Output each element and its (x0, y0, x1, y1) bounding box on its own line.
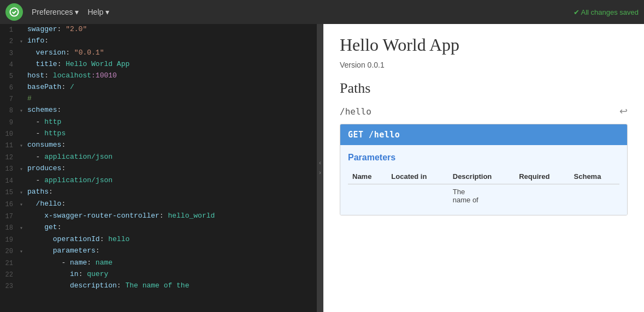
code-line: 9 - http (0, 117, 317, 128)
endpoint-box: GET /hello Parameters Name Located in De… (340, 124, 628, 215)
line-number: 1 (0, 24, 20, 35)
divider-right-arrow: › (319, 169, 321, 177)
code-line: 15▾paths: (0, 187, 317, 199)
line-number: 22 (0, 269, 20, 280)
code-line: 10 - https (0, 128, 317, 140)
fold-arrow-icon[interactable]: ▾ (20, 35, 27, 47)
divider-left-arrow: ‹ (319, 159, 321, 167)
code-line: 4 title: Hello World App (0, 59, 317, 70)
code-content: - application/json (27, 152, 317, 163)
code-line: 22 in: query (0, 269, 317, 280)
cell-located-in (387, 184, 448, 208)
code-line: 6 basePath: / (0, 82, 317, 93)
params-title: Parameters (348, 153, 619, 163)
fold-arrow-icon[interactable]: ▾ (20, 105, 27, 117)
fold-arrow-icon (20, 117, 27, 118)
code-content: - https (27, 128, 317, 139)
fold-arrow-icon[interactable]: ▾ (20, 199, 27, 211)
path-row: /hello ↩ (340, 105, 628, 117)
line-number: 20 (0, 245, 20, 257)
fold-arrow-icon[interactable]: ▾ (20, 222, 27, 234)
code-content: paths: (27, 187, 317, 197)
code-line: 14 - application/json (0, 175, 317, 187)
code-line: 12 - application/json (0, 152, 317, 163)
fold-arrow-icon[interactable]: ▾ (20, 140, 27, 152)
version-line: Version 0.0.1 (340, 61, 628, 69)
line-number: 7 (0, 93, 20, 105)
col-schema: Schema (570, 169, 619, 184)
col-required: Required (515, 169, 569, 184)
line-number: 17 (0, 211, 20, 222)
cell-schema (570, 184, 619, 208)
app-logo[interactable] (5, 3, 23, 21)
code-line: 23 description: The name of the (0, 280, 317, 292)
fold-arrow-icon[interactable]: ▾ (20, 163, 27, 175)
code-content: description: The name of the (27, 280, 317, 291)
line-number: 5 (0, 70, 20, 82)
path-arrow-icon: ↩ (619, 105, 628, 117)
panel-divider[interactable]: ‹ › (317, 24, 323, 312)
code-content: host: localhost:10010 (27, 70, 317, 81)
code-content: schemes: (27, 105, 317, 116)
params-table: Name Located in Description Required Sch… (348, 169, 619, 207)
fold-arrow-icon (20, 128, 27, 129)
line-number: 18 (0, 222, 20, 233)
main-area: 1 swagger: "2.0"2▾info:3 version: "0.0.1… (0, 24, 644, 312)
col-name: Name (348, 169, 387, 184)
fold-arrow-icon (20, 175, 27, 176)
line-number: 8 (0, 105, 20, 116)
preview-panel[interactable]: Hello World App Version 0.0.1 Paths /hel… (323, 24, 644, 312)
svg-point-0 (10, 8, 19, 16)
code-content: consumes: (27, 140, 317, 151)
code-line: 2▾info: (0, 35, 317, 47)
col-description: Description (448, 169, 515, 184)
preferences-menu[interactable]: Preferences ▾ (27, 5, 83, 19)
fold-arrow-icon (20, 82, 27, 83)
code-content: swagger: "2.0" (27, 24, 317, 35)
line-number: 6 (0, 82, 20, 93)
code-line: 20▾ parameters: (0, 245, 317, 257)
code-content: - application/json (27, 175, 317, 186)
line-number: 23 (0, 280, 20, 292)
fold-arrow-icon (20, 59, 27, 60)
code-content: - http (27, 117, 317, 128)
code-line: 1 swagger: "2.0" (0, 24, 317, 35)
fold-arrow-icon[interactable]: ▾ (20, 245, 27, 257)
line-number: 19 (0, 234, 20, 245)
code-content: version: "0.0.1" (27, 47, 317, 58)
cell-name (348, 184, 387, 208)
table-header-row: Name Located in Description Required Sch… (348, 169, 619, 184)
line-number: 12 (0, 152, 20, 163)
fold-arrow-icon (20, 280, 27, 281)
line-number: 10 (0, 128, 20, 140)
code-line: 5 host: localhost:10010 (0, 70, 317, 82)
code-line: 3 version: "0.0.1" (0, 47, 317, 59)
cell-description: The name of (448, 184, 515, 208)
table-row: The name of (348, 184, 619, 208)
line-number: 4 (0, 59, 20, 70)
fold-arrow-icon (20, 257, 27, 259)
fold-arrow-icon (20, 152, 27, 153)
code-content: - name: name (27, 257, 317, 268)
line-number: 9 (0, 117, 20, 128)
fold-arrow-icon (20, 47, 27, 49)
fold-arrow-icon[interactable]: ▾ (20, 187, 27, 199)
fold-arrow-icon (20, 24, 27, 25)
col-located-in: Located in (387, 169, 448, 184)
fold-arrow-icon (20, 211, 27, 212)
get-bar[interactable]: GET /hello (340, 124, 627, 145)
code-line: 7 # (0, 93, 317, 105)
code-content: basePath: / (27, 82, 317, 93)
help-menu[interactable]: Help ▾ (83, 5, 114, 19)
code-content: # (27, 93, 317, 104)
code-line: 17 x-swagger-router-controller: hello_wo… (0, 211, 317, 222)
code-line: 21 - name: name (0, 257, 317, 269)
code-line: 11▾consumes: (0, 140, 317, 152)
code-content: info: (27, 35, 317, 46)
code-content: title: Hello World App (27, 59, 317, 70)
line-number: 15 (0, 187, 20, 198)
line-number: 16 (0, 199, 20, 210)
code-editor[interactable]: 1 swagger: "2.0"2▾info:3 version: "0.0.1… (0, 24, 317, 312)
line-number: 11 (0, 140, 20, 151)
fold-arrow-icon (20, 269, 27, 270)
